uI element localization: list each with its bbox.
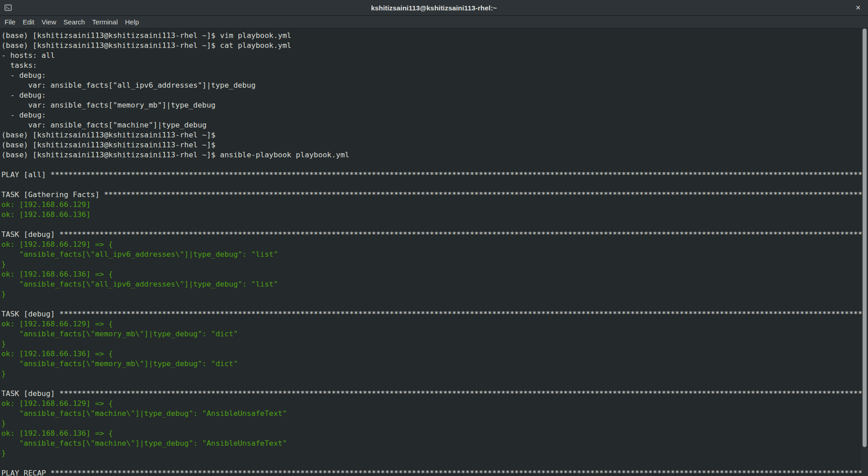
menu-item-view[interactable]: View: [38, 16, 60, 28]
terminal-line: }: [1, 448, 868, 458]
terminal-line: - debug:: [1, 71, 868, 80]
terminal-line: (base) [kshitizsaini113@kshitizsaini113-…: [1, 41, 868, 51]
terminal-line: "ansible_facts[\"all_ipv6_addresses\"]|t…: [1, 250, 868, 259]
terminal-line: }: [1, 369, 868, 379]
terminal-line: - debug:: [1, 110, 868, 120]
terminal-line: "ansible_facts[\"machine\"]|type_debug":…: [1, 438, 868, 448]
terminal-line: "ansible_facts[\"memory_mb\"]|type_debug…: [1, 329, 868, 339]
menu-item-help[interactable]: Help: [122, 16, 143, 28]
terminal-line: [1, 160, 868, 170]
scrollbar-thumb[interactable]: [863, 28, 867, 447]
menubar: FileEditViewSearchTerminalHelp: [0, 16, 868, 28]
terminal-line: TASK [Gathering Facts] *****************…: [1, 190, 868, 200]
terminal-line: var: ansible_facts["machine"]|type_debug: [1, 120, 868, 130]
terminal-line: [1, 220, 868, 230]
menu-item-file[interactable]: File: [1, 16, 19, 28]
window-title: kshitizsaini113@kshitizsaini113-rhel:~: [0, 0, 868, 15]
terminal[interactable]: (base) [kshitizsaini113@kshitizsaini113-…: [0, 28, 868, 476]
terminal-line: [1, 299, 868, 309]
terminal-line: [1, 180, 868, 190]
terminal-line: "ansible_facts[\"machine\"]|type_debug":…: [1, 409, 868, 419]
terminal-line: (base) [kshitizsaini113@kshitizsaini113-…: [1, 31, 868, 41]
terminal-line: }: [1, 259, 868, 269]
terminal-line: "ansible_facts[\"all_ipv6_addresses\"]|t…: [1, 279, 868, 289]
terminal-line: ok: [192.168.66.129] => {: [1, 240, 868, 250]
terminal-line: TASK [debug] ***************************…: [1, 389, 868, 399]
terminal-line: tasks:: [1, 61, 868, 71]
menu-item-terminal[interactable]: Terminal: [89, 16, 122, 28]
terminal-line: }: [1, 289, 868, 299]
menu-item-search[interactable]: Search: [60, 16, 89, 28]
terminal-line: - hosts: all: [1, 51, 868, 61]
terminal-line: }: [1, 419, 868, 429]
terminal-line: (base) [kshitizsaini113@kshitizsaini113-…: [1, 130, 868, 140]
terminal-line: TASK [debug] ***************************…: [1, 230, 868, 240]
terminal-line: [1, 458, 868, 468]
terminal-line: ok: [192.168.66.136]: [1, 210, 868, 220]
terminal-line: TASK [debug] ***************************…: [1, 309, 868, 319]
terminal-line: - debug:: [1, 90, 868, 100]
terminal-line: ok: [192.168.66.129] => {: [1, 399, 868, 409]
terminal-line: ok: [192.168.66.136] => {: [1, 269, 868, 279]
terminal-line: PLAY [all] *****************************…: [1, 170, 868, 180]
terminal-line: }: [1, 339, 868, 349]
terminal-line: var: ansible_facts["memory_mb"]|type_deb…: [1, 100, 868, 110]
terminal-line: ok: [192.168.66.136] => {: [1, 429, 868, 438]
terminal-line: ok: [192.168.66.129] => {: [1, 319, 868, 329]
terminal-line: ok: [192.168.66.129]: [1, 200, 868, 210]
scrollbar-track[interactable]: [861, 28, 868, 476]
terminal-line: var: ansible_facts["all_ipv6_addresses"]…: [1, 80, 868, 90]
menu-item-edit[interactable]: Edit: [19, 16, 38, 28]
terminal-line: ok: [192.168.66.136] => {: [1, 349, 868, 359]
terminal-line: (base) [kshitizsaini113@kshitizsaini113-…: [1, 150, 868, 160]
terminal-line: [1, 379, 868, 389]
terminal-output: (base) [kshitizsaini113@kshitizsaini113-…: [1, 31, 868, 476]
titlebar: kshitizsaini113@kshitizsaini113-rhel:~ ✕: [0, 0, 868, 16]
terminal-line: (base) [kshitizsaini113@kshitizsaini113-…: [1, 140, 868, 150]
terminal-line: "ansible_facts[\"memory_mb\"]|type_debug…: [1, 359, 868, 369]
terminal-line: PLAY RECAP *****************************…: [1, 468, 868, 476]
close-icon[interactable]: ✕: [853, 0, 863, 15]
